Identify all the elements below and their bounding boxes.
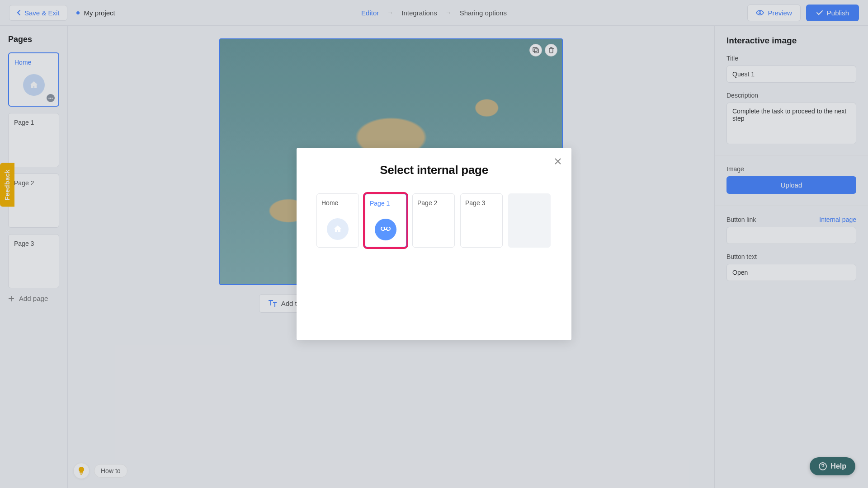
modal-page-item[interactable]: Page 1 (364, 193, 407, 248)
close-button[interactable] (553, 157, 562, 166)
home-icon (327, 218, 349, 240)
modal-page-home[interactable]: Home (316, 193, 359, 248)
select-page-modal: Select internal page Home Page 1 Page 2 … (297, 148, 571, 340)
modal-title: Select internal page (316, 163, 552, 177)
tile-label: Home (321, 199, 354, 206)
tile-label: Page 1 (370, 200, 401, 207)
modal-page-grid: Home Page 1 Page 2 Page 3 (316, 193, 552, 248)
tile-label: Page 2 (417, 199, 450, 206)
modal-page-ghost (508, 193, 551, 248)
link-icon (375, 219, 396, 240)
modal-page-item[interactable]: Page 2 (412, 193, 455, 248)
tile-label: Page 3 (465, 199, 498, 206)
modal-page-item[interactable]: Page 3 (460, 193, 503, 248)
